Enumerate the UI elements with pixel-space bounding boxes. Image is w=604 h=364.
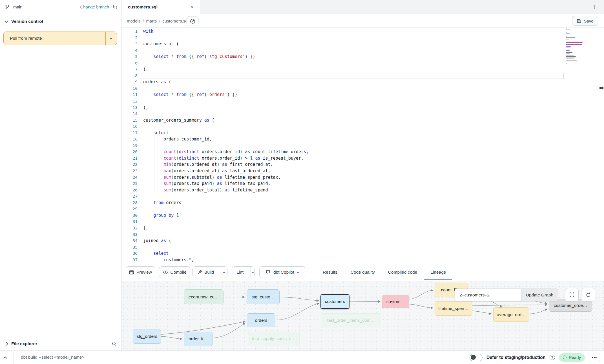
more-options-button[interactable]: ••• <box>589 353 600 362</box>
close-icon[interactable]: × <box>191 5 194 10</box>
minimap[interactable] <box>566 28 590 65</box>
pull-from-remote-button[interactable]: Pull from remote <box>3 32 117 45</box>
code-line[interactable] <box>143 206 309 212</box>
code-line[interactable]: ), <box>143 66 309 73</box>
code-line[interactable] <box>143 60 309 66</box>
tab-code-quality[interactable]: Code quality <box>351 270 375 275</box>
defer-toggle[interactable] <box>470 354 483 361</box>
code-line[interactable] <box>143 73 309 79</box>
search-icon[interactable] <box>112 341 117 347</box>
line-number: 33 <box>122 231 138 238</box>
code-line[interactable]: customer_orders_summary as ( <box>143 117 309 124</box>
code-line[interactable] <box>143 85 309 92</box>
pull-dropdown[interactable] <box>105 32 117 45</box>
code-line[interactable] <box>143 98 309 104</box>
code-line[interactable]: group by 1 <box>143 212 309 219</box>
file-tab-customers-sql[interactable]: customers.sql × <box>122 0 200 14</box>
line-number: 28 <box>122 200 138 206</box>
lineage-node-ecom-raw-customers[interactable]: ecom.raw_cu… <box>184 289 224 304</box>
version-control-header[interactable]: Version control <box>0 16 121 26</box>
preview-button[interactable]: Preview <box>126 266 155 278</box>
lineage-node-customers-pink[interactable]: custom… <box>382 295 409 308</box>
code-line[interactable]: from orders <box>143 200 309 206</box>
code-line[interactable] <box>143 218 309 225</box>
code-line[interactable] <box>143 142 309 149</box>
status-badge[interactable]: Ready <box>559 353 585 362</box>
lineage-node-test-order-items[interactable]: test_order_items_com… <box>321 313 381 327</box>
lint-label: Lint <box>236 270 244 275</box>
lint-dropdown[interactable] <box>251 267 254 278</box>
tab-lineage[interactable]: Lineage <box>430 270 446 275</box>
code-lines[interactable]: withcustomers as ( select * from {{ ref(… <box>143 28 309 263</box>
lineage-node-stg-orders[interactable]: stg_orders <box>133 329 161 344</box>
help-icon[interactable]: ? <box>550 355 555 360</box>
code-line[interactable]: sum(orders.tax_paid) as lifetime_tax_pai… <box>143 180 309 187</box>
line-number: 21 <box>122 155 138 162</box>
code-line[interactable]: sum(orders.subtotal) as lifetime_spend_p… <box>143 174 309 181</box>
code-line[interactable]: select <box>143 250 309 257</box>
copilot-compass-button[interactable] <box>186 16 199 26</box>
lineage-node-orders[interactable]: orders <box>247 313 275 327</box>
command-bar-expand[interactable] <box>4 355 6 360</box>
code-line[interactable]: customers.*, <box>143 257 309 263</box>
build-button[interactable]: Build <box>193 267 218 278</box>
code-line[interactable]: orders.customer_id, <box>143 136 309 142</box>
dbt-copilot-button[interactable]: dbt Copilot <box>259 266 305 278</box>
code-line[interactable]: select * from {{ ref('stg_customers') }} <box>143 53 309 60</box>
divider <box>14 351 14 364</box>
breadcrumb-part[interactable]: customers.sql <box>162 19 189 23</box>
breadcrumb-part[interactable]: marts <box>146 19 157 23</box>
tab-results[interactable]: Results <box>323 270 337 275</box>
dbt-command-input[interactable] <box>21 353 275 361</box>
lineage-node-order-items[interactable]: order_it… <box>184 332 213 346</box>
fullscreen-button[interactable] <box>565 288 579 302</box>
code-line[interactable] <box>143 35 309 41</box>
code-line[interactable]: min(orders.ordered_at) as first_ordered_… <box>143 161 309 168</box>
build-dropdown[interactable] <box>221 267 227 278</box>
code-line[interactable]: max(orders.ordered_at) as last_ordered_a… <box>143 168 309 174</box>
lineage-selector-input[interactable] <box>455 289 521 302</box>
update-graph-button[interactable]: Update Graph <box>521 289 558 302</box>
code-line[interactable]: ), <box>143 225 309 231</box>
lineage-node-lifetime-spend[interactable]: lifetime_spen… <box>435 301 472 316</box>
code-line[interactable]: select * from {{ ref('orders') }} <box>143 91 309 98</box>
lineage-node-test-supply-costs[interactable]: test_supply_costs_s… <box>248 332 300 345</box>
code-line[interactable] <box>143 193 309 200</box>
lint-button[interactable]: Lint <box>232 267 248 278</box>
lineage-panel[interactable]: ecom.raw_cu…stg_custo…customerscustom…co… <box>122 281 604 350</box>
line-number: 11 <box>122 91 138 98</box>
change-branch-link[interactable]: Change branch <box>80 5 109 9</box>
lineage-node-customers[interactable]: customers <box>320 294 349 309</box>
code-line[interactable]: count(distinct orders.order_id) > 1 as i… <box>143 155 309 162</box>
code-line[interactable]: select <box>143 130 309 136</box>
line-number: 31 <box>122 218 138 225</box>
compile-button[interactable]: Compile <box>159 266 190 278</box>
new-tab-plus-icon[interactable]: + <box>593 3 597 10</box>
line-number: 22 <box>122 161 138 168</box>
lineage-node-stg-customers[interactable]: stg_custo… <box>247 289 280 304</box>
code-line[interactable] <box>143 47 309 54</box>
code-line[interactable]: customers as ( <box>143 41 309 47</box>
code-line[interactable]: sum(orders.order_total) as lifetime_spen… <box>143 187 309 193</box>
code-line[interactable]: with <box>143 28 309 35</box>
results-tabs: ResultsCode qualityCompiled codeLineage <box>323 263 446 281</box>
code-line[interactable]: count(distinct orders.order_id) as count… <box>143 149 309 155</box>
editor-scrollbar-thumb[interactable] <box>599 87 603 89</box>
code-editor[interactable]: 1234567891011121314151617181920212223242… <box>122 28 604 263</box>
code-line[interactable] <box>143 123 309 130</box>
breadcrumb-part[interactable]: models <box>127 19 140 23</box>
tab-compiled-code[interactable]: Compiled code <box>388 270 417 275</box>
lineage-edge <box>472 305 547 306</box>
code-line[interactable]: ), <box>143 104 309 111</box>
code-line[interactable]: joined as ( <box>143 238 309 244</box>
file-explorer-header[interactable]: File explorer <box>0 337 121 350</box>
code-line[interactable] <box>143 244 309 251</box>
refresh-button[interactable] <box>581 288 595 302</box>
code-line[interactable] <box>143 111 309 117</box>
lineage-node-average-order[interactable]: average_ord… <box>493 307 529 322</box>
code-line[interactable] <box>143 231 309 238</box>
code-line[interactable]: orders as ( <box>143 79 309 85</box>
save-button[interactable]: Save <box>572 16 598 26</box>
chevron-down-icon <box>5 19 8 23</box>
copy-icon[interactable] <box>112 5 118 10</box>
